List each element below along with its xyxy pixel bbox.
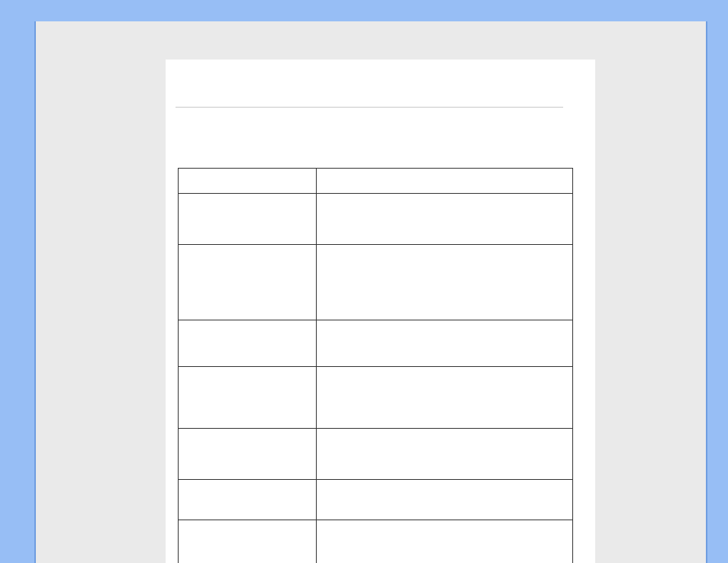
table-cell-right[interactable] <box>316 520 572 564</box>
table-row[interactable] <box>179 169 573 194</box>
title-underline <box>176 107 563 108</box>
table-row[interactable] <box>179 194 573 245</box>
table-cell-right[interactable] <box>316 320 572 367</box>
table-row[interactable] <box>179 480 573 520</box>
table-cell-left[interactable] <box>179 480 317 520</box>
table-row[interactable] <box>179 245 573 320</box>
table-cell-right[interactable] <box>316 429 572 480</box>
table-row[interactable] <box>179 429 573 480</box>
table-row[interactable] <box>179 320 573 367</box>
table-cell-left[interactable] <box>179 194 317 245</box>
table-cell-left[interactable] <box>179 367 317 429</box>
table-cell-right[interactable] <box>316 367 572 429</box>
table-cell-right[interactable] <box>316 245 572 320</box>
table-row[interactable] <box>179 520 573 564</box>
document-page[interactable] <box>166 60 595 563</box>
table-cell-left[interactable] <box>179 520 317 564</box>
table-cell-left[interactable] <box>179 320 317 367</box>
document-table[interactable] <box>178 168 573 563</box>
table-cell-left[interactable] <box>179 169 317 194</box>
table-cell-left[interactable] <box>179 429 317 480</box>
table-cell-right[interactable] <box>316 169 572 194</box>
table-row[interactable] <box>179 367 573 429</box>
table-cell-left[interactable] <box>179 245 317 320</box>
editor-viewport <box>34 21 707 563</box>
table-cell-right[interactable] <box>316 480 572 520</box>
table-cell-right[interactable] <box>316 194 572 245</box>
